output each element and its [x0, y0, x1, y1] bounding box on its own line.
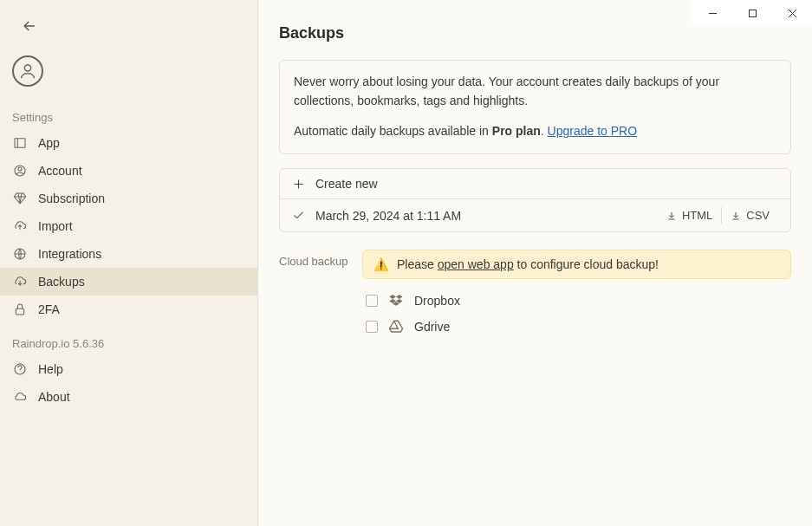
diamond-icon — [12, 191, 28, 206]
backups-list: Create new March 29, 2024 at 1:11 AM HTM… — [279, 168, 791, 232]
sidebar-item-label: About — [38, 390, 70, 404]
gdrive-checkbox[interactable] — [366, 321, 378, 333]
sidebar-item-label: Integrations — [38, 247, 101, 261]
sidebar-item-label: App — [38, 136, 60, 150]
service-label: Dropbox — [414, 294, 460, 308]
account-icon — [12, 163, 28, 179]
sidebar-item-label: Account — [38, 164, 82, 178]
service-label: Gdrive — [414, 320, 450, 334]
svg-point-0 — [24, 65, 30, 71]
sidebar-item-backups[interactable]: Backups — [0, 268, 257, 295]
globe-icon — [12, 246, 28, 262]
svg-rect-7 — [749, 10, 756, 16]
check-icon — [292, 209, 305, 222]
svg-point-3 — [18, 167, 22, 171]
cloud-service-dropbox[interactable]: Dropbox — [362, 288, 791, 314]
avatar[interactable] — [12, 55, 43, 87]
download-html-button[interactable]: HTML — [658, 207, 721, 224]
upgrade-link[interactable]: Upgrade to PRO — [548, 124, 638, 138]
gdrive-icon — [388, 319, 404, 334]
close-icon — [788, 9, 797, 18]
backup-row: March 29, 2024 at 1:11 AM HTML CSV — [280, 199, 790, 231]
info-text-1: Never worry about losing your data. Your… — [294, 73, 776, 110]
download-icon — [666, 211, 677, 221]
maximize-icon — [748, 9, 757, 18]
sidebar: Settings App Account Subscription Import… — [0, 0, 258, 526]
sidebar-item-import[interactable]: Import — [0, 212, 257, 240]
sidebar-item-app[interactable]: App — [0, 129, 257, 157]
cloud-backup-label: Cloud backup — [279, 250, 348, 340]
dropbox-checkbox[interactable] — [366, 295, 378, 307]
svg-rect-5 — [16, 308, 23, 315]
close-button[interactable] — [772, 0, 812, 26]
warning-box: ⚠️ Please open web app to configure clou… — [362, 250, 791, 279]
sidebar-item-label: Subscription — [38, 192, 105, 205]
info-box: Never worry about losing your data. Your… — [279, 60, 791, 154]
cloud-upload-icon — [12, 218, 28, 234]
sidebar-item-label: Backups — [38, 275, 85, 289]
sidebar-item-label: Help — [38, 362, 63, 376]
back-button[interactable] — [19, 16, 40, 36]
dropbox-icon — [388, 293, 404, 308]
arrow-left-icon — [21, 17, 38, 35]
download-csv-button[interactable]: CSV — [721, 207, 778, 224]
sidebar-item-label: 2FA — [38, 302, 60, 316]
create-new-label: Create new — [315, 177, 378, 191]
page-title: Backups — [279, 24, 791, 42]
settings-section-label: Settings — [0, 97, 257, 129]
sidebar-item-2fa[interactable]: 2FA — [0, 295, 257, 323]
cloud-icon — [12, 389, 28, 405]
sidebar-item-label: Import — [38, 219, 73, 233]
app-icon — [12, 135, 28, 151]
sidebar-item-integrations[interactable]: Integrations — [0, 240, 257, 268]
sidebar-item-about[interactable]: About — [0, 383, 257, 411]
sidebar-item-account[interactable]: Account — [0, 157, 257, 185]
download-icon — [731, 211, 741, 221]
backup-date: March 29, 2024 at 1:11 AM — [315, 209, 461, 223]
minimize-icon — [708, 9, 718, 18]
sidebar-item-subscription[interactable]: Subscription — [0, 185, 257, 212]
cloud-service-gdrive[interactable]: Gdrive — [362, 314, 791, 340]
cloud-backup-section: Cloud backup ⚠️ Please open web app to c… — [279, 250, 791, 340]
create-new-row[interactable]: Create new — [280, 169, 790, 199]
maximize-button[interactable] — [732, 0, 772, 26]
info-text-2: Automatic daily backups available in Pro… — [294, 122, 776, 141]
minimize-button[interactable] — [692, 0, 732, 26]
window-controls — [692, 0, 812, 26]
open-web-app-link[interactable]: open web app — [438, 257, 514, 271]
help-icon — [12, 361, 28, 377]
sidebar-item-help[interactable]: Help — [0, 355, 257, 383]
main-content: Backups Never worry about losing your da… — [258, 0, 812, 526]
warning-icon: ⚠️ — [374, 257, 388, 271]
svg-rect-1 — [15, 139, 25, 148]
user-icon — [18, 62, 37, 81]
lock-icon — [12, 302, 28, 317]
version-section-label: Raindrop.io 5.6.36 — [0, 323, 257, 355]
cloud-download-icon — [12, 274, 28, 289]
plus-icon — [292, 178, 305, 191]
